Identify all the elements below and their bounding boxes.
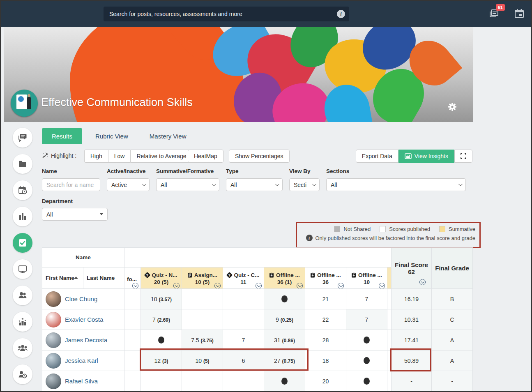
column-menu-icon[interactable] bbox=[297, 283, 303, 289]
course-avatar[interactable] bbox=[11, 90, 38, 117]
highlight-low-button[interactable]: Low bbox=[108, 150, 131, 163]
column-header-quiz-c[interactable]: ?Quiz - C... 11 bbox=[223, 267, 264, 289]
final-score-cell[interactable]: - bbox=[392, 371, 432, 392]
score-cell[interactable]: 12 (3) bbox=[141, 350, 182, 371]
highlight-relative-button[interactable]: Relative to Average bbox=[130, 150, 192, 163]
column-header-fo[interactable]: fo... bbox=[124, 267, 141, 289]
calendar-button[interactable] bbox=[514, 8, 525, 20]
search-input[interactable] bbox=[104, 11, 337, 17]
sidebar-item-resources[interactable] bbox=[13, 154, 32, 174]
last-name-header[interactable]: Last Name bbox=[83, 267, 124, 289]
column-menu-icon[interactable] bbox=[379, 283, 385, 289]
column-header-offline-2[interactable]: Offline ... 36 bbox=[305, 267, 346, 289]
active-inactive-select[interactable]: Active bbox=[107, 178, 150, 191]
final-grade-cell[interactable]: C bbox=[432, 309, 473, 330]
department-select[interactable]: All bbox=[42, 208, 108, 221]
heatmap-button[interactable]: HeatMap bbox=[188, 150, 223, 163]
score-cell[interactable]: 21 bbox=[305, 289, 346, 309]
tab-mastery-view[interactable]: Mastery View bbox=[141, 129, 195, 144]
score-cell[interactable] bbox=[264, 371, 305, 392]
score-cell[interactable]: 31 (0.86) bbox=[264, 330, 305, 350]
student-name-cell[interactable]: Exavier Costa bbox=[42, 309, 124, 330]
score-cell[interactable]: 10 (5) bbox=[182, 350, 223, 371]
view-by-select[interactable]: Secti bbox=[289, 178, 320, 191]
student-name[interactable]: James Decosta bbox=[65, 337, 107, 344]
sidebar-item-users[interactable] bbox=[13, 286, 32, 305]
score-cell[interactable]: 7 (2.69) bbox=[141, 309, 182, 330]
student-name-cell[interactable]: Cloe Chung bbox=[42, 289, 124, 309]
first-name-header[interactable]: First Name bbox=[42, 267, 83, 289]
column-menu-icon[interactable] bbox=[419, 279, 426, 285]
score-cell[interactable] bbox=[264, 289, 305, 309]
score-cell[interactable]: 27 (0.75) bbox=[264, 350, 305, 371]
final-grade-cell[interactable]: A bbox=[432, 330, 473, 350]
name-search-field[interactable] bbox=[42, 178, 100, 191]
score-cell[interactable] bbox=[124, 350, 141, 371]
final-grade-cell[interactable]: B bbox=[432, 289, 473, 309]
score-cell[interactable] bbox=[124, 330, 141, 350]
export-data-button[interactable]: Export Data bbox=[356, 150, 398, 163]
global-search[interactable]: i bbox=[104, 7, 349, 21]
posts-feed-button[interactable]: 61 bbox=[488, 8, 500, 20]
search-info-icon[interactable]: i bbox=[337, 10, 345, 18]
fullscreen-button[interactable] bbox=[454, 150, 472, 163]
score-cell[interactable]: 20 bbox=[305, 371, 346, 392]
name-search-input[interactable] bbox=[46, 182, 96, 188]
score-cell[interactable] bbox=[346, 330, 387, 350]
student-name-cell[interactable]: Rafael Silva bbox=[42, 371, 124, 392]
tab-rubric-view[interactable]: Rubric View bbox=[87, 129, 136, 144]
column-header-offline-1[interactable]: Offline ... 36 (1) bbox=[264, 267, 305, 289]
column-menu-icon[interactable] bbox=[256, 283, 262, 289]
score-cell[interactable]: 7 bbox=[346, 309, 387, 330]
sidebar-item-calendar[interactable] bbox=[13, 180, 32, 200]
show-percentages-button[interactable]: Show Percentages bbox=[229, 150, 290, 163]
sidebar-item-classrooms[interactable] bbox=[13, 259, 32, 279]
score-cell[interactable] bbox=[141, 371, 182, 392]
tab-results[interactable]: Results bbox=[42, 128, 82, 144]
final-score-cell[interactable]: 50.89 bbox=[392, 350, 432, 371]
course-settings-button[interactable] bbox=[448, 102, 457, 113]
score-cell[interactable] bbox=[223, 289, 264, 309]
column-menu-icon[interactable] bbox=[173, 283, 180, 289]
score-cell[interactable]: 7 bbox=[223, 330, 264, 350]
score-cell[interactable]: 7 bbox=[346, 289, 387, 309]
column-menu-icon[interactable] bbox=[132, 283, 138, 289]
student-name[interactable]: Cloe Chung bbox=[65, 295, 97, 302]
final-score-header[interactable]: Final Score 62 bbox=[392, 248, 432, 289]
sidebar-item-groups[interactable] bbox=[13, 338, 32, 358]
final-grade-cell[interactable]: A bbox=[432, 350, 473, 371]
score-cell[interactable]: 9 (0.25) bbox=[264, 309, 305, 330]
score-cell[interactable]: 6 bbox=[223, 350, 264, 371]
sidebar-item-posts[interactable] bbox=[13, 128, 32, 148]
score-cell[interactable] bbox=[223, 371, 264, 392]
student-name-cell[interactable]: Jessica Karl bbox=[42, 350, 124, 371]
sidebar-item-attendance[interactable] bbox=[13, 364, 32, 384]
score-cell[interactable] bbox=[346, 350, 387, 371]
summative-formative-select[interactable]: All bbox=[156, 178, 219, 191]
student-name-cell[interactable]: James Decosta bbox=[42, 330, 124, 350]
score-cell[interactable] bbox=[124, 289, 141, 309]
score-cell[interactable] bbox=[223, 309, 264, 330]
final-score-cell[interactable]: 16.19 bbox=[392, 289, 432, 309]
final-score-cell[interactable]: 10.31 bbox=[392, 309, 432, 330]
final-grade-cell[interactable]: - bbox=[432, 371, 473, 392]
highlight-high-button[interactable]: High bbox=[84, 150, 108, 163]
sections-select[interactable]: All bbox=[326, 178, 466, 191]
sidebar-item-assessments-active[interactable] bbox=[13, 233, 32, 253]
column-menu-icon[interactable] bbox=[338, 283, 344, 289]
score-cell[interactable]: 10 (3.57) bbox=[141, 289, 182, 309]
column-header-assign[interactable]: Assign... 10 (5) bbox=[182, 267, 223, 289]
final-score-cell[interactable]: 17.41 bbox=[392, 330, 432, 350]
score-cell[interactable] bbox=[346, 371, 387, 392]
view-insights-button[interactable]: View Insights bbox=[398, 150, 454, 163]
column-header-offline-3[interactable]: Offline ... 10 bbox=[346, 267, 387, 289]
student-name[interactable]: Rafael Silva bbox=[65, 378, 98, 385]
score-cell[interactable]: 22 bbox=[305, 309, 346, 330]
type-select[interactable]: All bbox=[226, 178, 283, 191]
score-cell[interactable]: 28 bbox=[305, 330, 346, 350]
score-cell[interactable] bbox=[182, 289, 223, 309]
score-cell[interactable] bbox=[182, 309, 223, 330]
score-cell[interactable] bbox=[124, 371, 141, 392]
sidebar-item-gradebook[interactable] bbox=[13, 207, 32, 226]
score-cell[interactable] bbox=[182, 371, 223, 392]
